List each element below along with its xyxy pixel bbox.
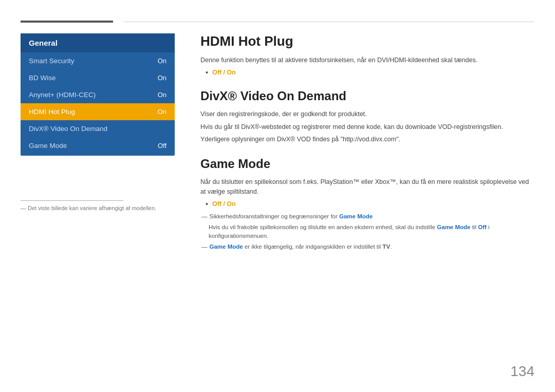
game-mode-title: Game Mode <box>200 157 534 171</box>
sidebar-item-label: Anynet+ (HDMI-CEC) <box>29 91 96 99</box>
sidebar-item-value: On <box>158 74 166 82</box>
sidebar-item-bd-wise[interactable]: BD Wise On <box>21 69 175 86</box>
page-number: 134 <box>510 363 534 380</box>
sidebar-item-hdmi-hot-plug[interactable]: HDMI Hot Plug On <box>21 103 175 120</box>
divx-section: DivX® Video On Demand Viser den registre… <box>200 89 534 144</box>
sidebar-item-value: On <box>158 57 166 65</box>
divx-desc3: Yderligere oplysninger om DivX® VOD find… <box>200 135 534 144</box>
game-mode-bullet-text: Off / On <box>212 200 236 208</box>
top-decorative-lines <box>21 21 534 23</box>
note2-text: Hvis du vil frakoble spillekonsollen og … <box>209 224 437 230</box>
sidebar-item-label: HDMI Hot Plug <box>29 108 75 116</box>
hdmi-hotplug-desc: Denne funktion benyttes til at aktivere … <box>200 55 534 65</box>
sidebar-item-game-mode[interactable]: Game Mode Off <box>21 137 175 156</box>
bullet-dot: • <box>206 200 208 208</box>
sidebar: General Smart Security On BD Wise On Any… <box>21 33 175 156</box>
sidebar-item-label: Game Mode <box>29 142 67 150</box>
sidebar-item-label: BD Wise <box>29 74 56 82</box>
sidebar-item-anynet[interactable]: Anynet+ (HDMI-CEC) On <box>21 86 175 103</box>
sidebar-item-value: On <box>158 91 166 99</box>
sidebar-header: General <box>21 33 175 52</box>
sidebar-item-smart-security[interactable]: Smart Security On <box>21 52 175 69</box>
note1-prefix: Sikkerhedsforanstaltninger og begrænsnin… <box>210 213 340 219</box>
note1-link: Game Mode <box>339 213 373 219</box>
note3-prefix: Game Mode <box>210 244 243 250</box>
game-mode-note3: ― Game Mode er ikke tilgængelig, når ind… <box>201 242 534 251</box>
note2-link1: Game Mode <box>437 224 470 230</box>
game-mode-note2: Hvis du vil frakoble spillekonsollen og … <box>209 223 534 241</box>
thin-line <box>123 22 534 22</box>
sidebar-item-divx[interactable]: DivX® Video On Demand <box>21 120 175 137</box>
game-mode-bullet: • Off / On <box>206 200 534 208</box>
sidebar-item-label: Smart Security <box>29 57 75 65</box>
sidebar-note-area: ― Det viste billede kan variere afhængig… <box>21 200 175 211</box>
main-content: HDMI Hot Plug Denne funktion benyttes ti… <box>200 33 534 254</box>
divx-desc1: Viser den registreringskode, der er godk… <box>200 109 534 119</box>
note3-end: . <box>390 244 392 250</box>
sidebar-note-text: ― Det viste billede kan variere afhængig… <box>21 205 175 211</box>
note3-suffix: er ikke tilgængelig, når indgangskilden … <box>243 244 383 250</box>
hdmi-hotplug-bullet-text: Off / On <box>212 69 236 76</box>
note-divider <box>21 200 123 201</box>
bullet-dot: • <box>206 68 208 77</box>
game-mode-desc: Når du tilslutter en spillekonsol som f.… <box>200 177 534 197</box>
sidebar-item-value: Off <box>158 142 166 150</box>
hdmi-hotplug-section: HDMI Hot Plug Denne funktion benyttes ti… <box>200 33 534 77</box>
note2-link2: Off <box>478 224 487 230</box>
thick-line <box>21 21 113 23</box>
note2-mid: til <box>470 224 478 230</box>
sidebar-item-label: DivX® Video On Demand <box>29 125 107 133</box>
note3-bold: TV <box>382 244 390 250</box>
game-mode-section: Game Mode Når du tilslutter en spillekon… <box>200 157 534 252</box>
hdmi-hotplug-bullet: • Off / On <box>206 68 534 77</box>
game-mode-note1: ― Sikkerhedsforanstaltninger og begrænsn… <box>201 212 534 221</box>
sidebar-item-value: On <box>158 108 166 116</box>
divx-desc2: Hvis du går til DivX®-webstedet og regis… <box>200 122 534 132</box>
divx-title: DivX® Video On Demand <box>200 89 534 103</box>
hdmi-hotplug-title: HDMI Hot Plug <box>200 33 534 49</box>
